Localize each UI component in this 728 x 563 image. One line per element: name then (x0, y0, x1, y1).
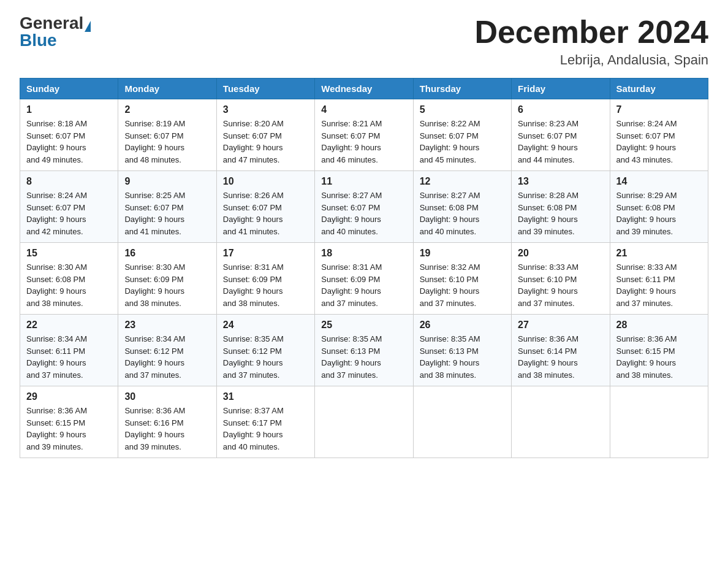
day-number: 1 (26, 104, 112, 115)
calendar-cell: 2Sunrise: 8:19 AMSunset: 6:07 PMDaylight… (118, 99, 216, 171)
calendar-week-row: 1Sunrise: 8:18 AMSunset: 6:07 PMDaylight… (20, 99, 708, 171)
day-number: 6 (518, 104, 603, 115)
calendar-week-row: 15Sunrise: 8:30 AMSunset: 6:08 PMDayligh… (20, 243, 708, 315)
day-number: 22 (26, 320, 112, 331)
calendar-cell: 19Sunrise: 8:32 AMSunset: 6:10 PMDayligh… (413, 243, 511, 315)
day-info: Sunrise: 8:34 AMSunset: 6:12 PMDaylight:… (124, 333, 210, 381)
title-section: December 2024 Lebrija, Andalusia, Spain (474, 15, 708, 68)
day-number: 12 (420, 176, 505, 187)
day-header-saturday: Saturday (610, 79, 708, 99)
day-number: 8 (26, 176, 112, 187)
day-number: 30 (124, 391, 210, 402)
calendar-cell (512, 386, 610, 458)
day-header-monday: Monday (118, 79, 216, 99)
calendar-cell (413, 386, 511, 458)
calendar-cell: 12Sunrise: 8:27 AMSunset: 6:08 PMDayligh… (413, 171, 511, 243)
day-number: 5 (420, 104, 505, 115)
calendar-cell: 17Sunrise: 8:31 AMSunset: 6:09 PMDayligh… (216, 243, 314, 315)
day-info: Sunrise: 8:22 AMSunset: 6:07 PMDaylight:… (420, 118, 505, 166)
calendar-table: SundayMondayTuesdayWednesdayThursdayFrid… (20, 78, 708, 458)
logo-top: General (20, 15, 91, 32)
calendar-cell: 8Sunrise: 8:24 AMSunset: 6:07 PMDaylight… (20, 171, 118, 243)
day-header-friday: Friday (512, 79, 610, 99)
calendar-cell: 24Sunrise: 8:35 AMSunset: 6:12 PMDayligh… (216, 315, 314, 386)
day-info: Sunrise: 8:30 AMSunset: 6:08 PMDaylight:… (26, 261, 112, 309)
day-number: 21 (616, 248, 702, 259)
day-number: 11 (321, 176, 406, 187)
day-info: Sunrise: 8:18 AMSunset: 6:07 PMDaylight:… (26, 118, 112, 166)
month-title: December 2024 (474, 15, 708, 50)
calendar-week-row: 22Sunrise: 8:34 AMSunset: 6:11 PMDayligh… (20, 315, 708, 386)
day-number: 16 (124, 248, 210, 259)
day-number: 25 (321, 320, 406, 331)
calendar-cell: 16Sunrise: 8:30 AMSunset: 6:09 PMDayligh… (118, 243, 216, 315)
day-number: 14 (616, 176, 702, 187)
calendar-cell: 3Sunrise: 8:20 AMSunset: 6:07 PMDaylight… (216, 99, 314, 171)
calendar-cell: 29Sunrise: 8:36 AMSunset: 6:15 PMDayligh… (20, 386, 118, 458)
logo-triangle-icon (85, 21, 91, 32)
calendar-cell: 31Sunrise: 8:37 AMSunset: 6:17 PMDayligh… (216, 386, 314, 458)
calendar-cell: 26Sunrise: 8:35 AMSunset: 6:13 PMDayligh… (413, 315, 511, 386)
day-number: 10 (223, 176, 308, 187)
calendar-cell (315, 386, 413, 458)
day-number: 7 (616, 104, 702, 115)
calendar-cell: 6Sunrise: 8:23 AMSunset: 6:07 PMDaylight… (512, 99, 610, 171)
calendar-cell: 30Sunrise: 8:36 AMSunset: 6:16 PMDayligh… (118, 386, 216, 458)
day-info: Sunrise: 8:36 AMSunset: 6:16 PMDaylight:… (124, 405, 210, 453)
day-info: Sunrise: 8:29 AMSunset: 6:08 PMDaylight:… (616, 190, 702, 237)
day-number: 26 (420, 320, 505, 331)
day-info: Sunrise: 8:36 AMSunset: 6:15 PMDaylight:… (616, 333, 702, 381)
day-info: Sunrise: 8:35 AMSunset: 6:12 PMDaylight:… (223, 333, 308, 381)
day-info: Sunrise: 8:34 AMSunset: 6:11 PMDaylight:… (26, 333, 112, 381)
day-info: Sunrise: 8:35 AMSunset: 6:13 PMDaylight:… (420, 333, 505, 381)
page-header: General Blue December 2024 Lebrija, Anda… (20, 15, 708, 68)
day-number: 29 (26, 391, 112, 402)
logo: General Blue (20, 15, 91, 49)
day-header-tuesday: Tuesday (216, 79, 314, 99)
calendar-cell: 13Sunrise: 8:28 AMSunset: 6:08 PMDayligh… (512, 171, 610, 243)
day-number: 13 (518, 176, 603, 187)
day-info: Sunrise: 8:27 AMSunset: 6:07 PMDaylight:… (321, 190, 406, 237)
calendar-week-row: 8Sunrise: 8:24 AMSunset: 6:07 PMDaylight… (20, 171, 708, 243)
day-info: Sunrise: 8:32 AMSunset: 6:10 PMDaylight:… (420, 261, 505, 309)
day-number: 24 (223, 320, 308, 331)
calendar-header-row: SundayMondayTuesdayWednesdayThursdayFrid… (20, 79, 708, 99)
day-info: Sunrise: 8:27 AMSunset: 6:08 PMDaylight:… (420, 190, 505, 237)
day-info: Sunrise: 8:23 AMSunset: 6:07 PMDaylight:… (518, 118, 603, 166)
day-info: Sunrise: 8:33 AMSunset: 6:11 PMDaylight:… (616, 261, 702, 309)
day-number: 4 (321, 104, 406, 115)
day-info: Sunrise: 8:28 AMSunset: 6:08 PMDaylight:… (518, 190, 603, 237)
calendar-cell: 23Sunrise: 8:34 AMSunset: 6:12 PMDayligh… (118, 315, 216, 386)
calendar-week-row: 29Sunrise: 8:36 AMSunset: 6:15 PMDayligh… (20, 386, 708, 458)
calendar-cell: 25Sunrise: 8:35 AMSunset: 6:13 PMDayligh… (315, 315, 413, 386)
day-number: 31 (223, 391, 308, 402)
day-number: 19 (420, 248, 505, 259)
day-info: Sunrise: 8:24 AMSunset: 6:07 PMDaylight:… (616, 118, 702, 166)
day-info: Sunrise: 8:33 AMSunset: 6:10 PMDaylight:… (518, 261, 603, 309)
day-number: 28 (616, 320, 702, 331)
calendar-cell: 20Sunrise: 8:33 AMSunset: 6:10 PMDayligh… (512, 243, 610, 315)
day-info: Sunrise: 8:37 AMSunset: 6:17 PMDaylight:… (223, 405, 308, 453)
day-info: Sunrise: 8:24 AMSunset: 6:07 PMDaylight:… (26, 190, 112, 237)
calendar-cell: 18Sunrise: 8:31 AMSunset: 6:09 PMDayligh… (315, 243, 413, 315)
calendar-cell: 10Sunrise: 8:26 AMSunset: 6:07 PMDayligh… (216, 171, 314, 243)
calendar-cell: 5Sunrise: 8:22 AMSunset: 6:07 PMDaylight… (413, 99, 511, 171)
day-header-sunday: Sunday (20, 79, 118, 99)
calendar-cell (610, 386, 708, 458)
day-number: 27 (518, 320, 603, 331)
calendar-cell: 14Sunrise: 8:29 AMSunset: 6:08 PMDayligh… (610, 171, 708, 243)
day-number: 9 (124, 176, 210, 187)
day-number: 20 (518, 248, 603, 259)
calendar-cell: 1Sunrise: 8:18 AMSunset: 6:07 PMDaylight… (20, 99, 118, 171)
logo-general-text: General (20, 13, 83, 33)
calendar-cell: 7Sunrise: 8:24 AMSunset: 6:07 PMDaylight… (610, 99, 708, 171)
day-info: Sunrise: 8:26 AMSunset: 6:07 PMDaylight:… (223, 190, 308, 237)
day-number: 15 (26, 248, 112, 259)
day-number: 23 (124, 320, 210, 331)
calendar-cell: 9Sunrise: 8:25 AMSunset: 6:07 PMDaylight… (118, 171, 216, 243)
day-info: Sunrise: 8:21 AMSunset: 6:07 PMDaylight:… (321, 118, 406, 166)
day-info: Sunrise: 8:20 AMSunset: 6:07 PMDaylight:… (223, 118, 308, 166)
day-number: 3 (223, 104, 308, 115)
day-number: 2 (124, 104, 210, 115)
calendar-cell: 15Sunrise: 8:30 AMSunset: 6:08 PMDayligh… (20, 243, 118, 315)
